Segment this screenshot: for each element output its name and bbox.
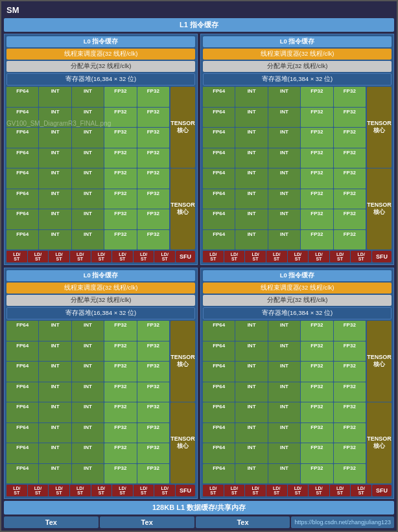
int-cell: INT	[39, 464, 71, 484]
fp32-cell: FP32	[104, 341, 136, 362]
warp-scheduler-bl: 线程束调度器(32 线程/clk)	[6, 283, 195, 294]
bottom-row-bl: LD/ST LD/ST LD/ST LD/ST LD/ST LD/ST LD/S…	[6, 485, 195, 496]
tex-cell-3: Tex	[196, 516, 290, 528]
fp32-cell: FP32	[137, 189, 169, 209]
quadrant-top-left: L0 指令缓存 线程束调度器(32 线程/clk) 分配单元(32 线程/clk…	[4, 34, 198, 265]
url-cell: https://blog.csdn.net/zhangjuliang123	[291, 516, 394, 528]
sfu-tl: SFU	[176, 251, 195, 262]
int-cell: INT	[72, 87, 104, 107]
ldst-grid-bl: LD/ST LD/ST LD/ST LD/ST LD/ST LD/ST LD/S…	[6, 485, 175, 496]
fp32-cell: FP32	[104, 87, 136, 107]
fp64-cell: FP64	[6, 464, 38, 484]
fp64-cell: FP64	[6, 168, 38, 189]
ldst-cell: LD/ST	[224, 251, 245, 262]
int-cell: INT	[39, 189, 71, 209]
fp64-cell: FP64	[203, 108, 235, 128]
int-cell: INT	[235, 443, 267, 463]
tensor-core-4: TENSOR核心	[367, 168, 392, 249]
int-cell: INT	[268, 148, 300, 168]
dispatch-br: 分配单元(32 线程/clk)	[203, 295, 392, 306]
l1-data-cache: 128KB L1 数据缓存/共享内存	[4, 501, 394, 515]
fp32-cell: FP32	[334, 148, 366, 168]
fp32-cell: FP32	[301, 464, 333, 484]
quadrant-top-right: L0 指令缓存 线程束调度器(32 线程/clk) 分配单元(32 线程/clk…	[200, 34, 394, 265]
fp64-cell: FP64	[203, 362, 235, 382]
fp32-cell: FP32	[104, 443, 136, 463]
ldst-cell: LD/ST	[6, 485, 27, 496]
ldst-cell: LD/ST	[288, 251, 309, 262]
fp32-cell: FP32	[137, 321, 169, 341]
l0-cache-tr: L0 指令缓存	[203, 36, 392, 47]
tensor-group-tl: TENSOR核心 TENSOR核心	[170, 87, 195, 249]
fp32-cell: FP32	[104, 168, 136, 189]
int-cell: INT	[235, 464, 267, 484]
fp32-cell: FP32	[334, 209, 366, 229]
int-cell: INT	[39, 321, 71, 341]
int-cell: INT	[268, 108, 300, 128]
fp32-cell: FP32	[104, 362, 136, 382]
fp64-cell: FP64	[6, 128, 38, 148]
fp64-cell: FP64	[203, 382, 235, 402]
int-cell: INT	[235, 402, 267, 422]
fp32-cell: FP32	[137, 443, 169, 463]
ldst-cell: LD/ST	[309, 485, 329, 496]
sfu-br: SFU	[372, 485, 392, 496]
bottom-row-tr: LD/ST LD/ST LD/ST LD/ST LD/ST LD/ST LD/S…	[203, 251, 392, 262]
fp32-cell: FP32	[334, 128, 366, 148]
ldst-cell: LD/ST	[28, 251, 49, 262]
bottom-row-br: LD/ST LD/ST LD/ST LD/ST LD/ST LD/ST LD/S…	[203, 485, 392, 496]
fp32-cell: FP32	[137, 423, 169, 443]
int-cell: INT	[39, 168, 71, 189]
int-cell: INT	[72, 321, 104, 341]
int-cell: INT	[72, 148, 104, 168]
quadrant-bottom-left: L0 指令缓存 线程束调度器(32 线程/clk) 分配单元(32 线程/clk…	[4, 268, 198, 499]
fp64-cell: FP64	[6, 148, 38, 168]
fp64-cell: FP64	[203, 230, 235, 250]
fp64-cell: FP64	[203, 87, 235, 107]
ldst-cell: LD/ST	[112, 485, 133, 496]
fp64-cell: FP64	[203, 341, 235, 362]
fp64-cell: FP64	[6, 443, 38, 463]
sm-title: SM	[4, 4, 22, 16]
ldst-cell: LD/ST	[154, 485, 175, 496]
int-cell: INT	[39, 230, 71, 250]
fp64-cell: FP64	[6, 382, 38, 402]
ldst-cell: LD/ST	[351, 251, 371, 262]
int-cell: INT	[72, 168, 104, 189]
fp32-cell: FP32	[301, 341, 333, 362]
tex-cell-1: Tex	[4, 516, 99, 528]
warp-scheduler-tr: 线程束调度器(32 线程/clk)	[203, 49, 392, 60]
int-cell: INT	[268, 321, 300, 341]
int-cell: INT	[268, 230, 300, 250]
compute-area-tl: FP64 INT INT FP32 FP32 FP64 INT INT FP32…	[6, 87, 195, 249]
fp32-cell: FP32	[301, 443, 333, 463]
register-br: 寄存器堆(16,384 × 32 位)	[203, 307, 392, 319]
int-cell: INT	[235, 423, 267, 443]
dispatch-tr: 分配单元(32 线程/clk)	[203, 61, 392, 72]
fp32-cell: FP32	[301, 189, 333, 209]
tensor-group-br: TENSOR核心 TENSOR核心	[367, 321, 392, 483]
fp32-cell: FP32	[334, 382, 366, 402]
int-cell: INT	[39, 209, 71, 229]
int-cell: INT	[235, 321, 267, 341]
dispatch-bl: 分配单元(32 线程/clk)	[6, 295, 195, 306]
fp32-cell: FP32	[104, 464, 136, 484]
ldst-cell: LD/ST	[245, 251, 266, 262]
fp32-cell: FP32	[301, 423, 333, 443]
fp64-cell: FP64	[203, 209, 235, 229]
fp64-cell: FP64	[6, 189, 38, 209]
ldst-cell: LD/ST	[154, 251, 175, 262]
sfu-bl: SFU	[176, 485, 195, 496]
fp32-cell: FP32	[104, 209, 136, 229]
fp64-cell: FP64	[203, 168, 235, 189]
fp64-cell: FP64	[203, 464, 235, 484]
int-cell: INT	[72, 464, 104, 484]
fp32-cell: FP32	[334, 464, 366, 484]
fp64-cell: FP64	[203, 189, 235, 209]
bottom-row-tl: LD/ST LD/ST LD/ST LD/ST LD/ST LD/ST LD/S…	[6, 251, 195, 262]
fp32-cell: FP32	[334, 402, 366, 422]
int-cell: INT	[39, 108, 71, 128]
compute-area-br: FP64 INT INT FP32 FP32 FP64 INT INT FP32…	[203, 321, 392, 483]
int-cell: INT	[268, 209, 300, 229]
ldst-cell: LD/ST	[266, 485, 287, 496]
